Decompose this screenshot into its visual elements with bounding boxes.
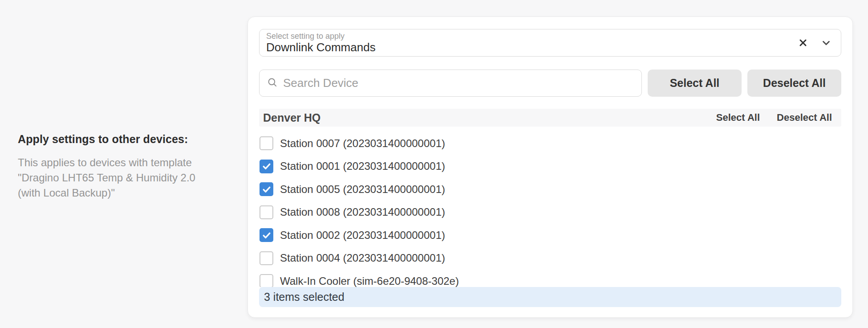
device-label: Station 0001 (2023031400000001) xyxy=(280,160,445,172)
device-checkbox[interactable] xyxy=(260,274,273,287)
setting-select-label: Select setting to apply xyxy=(266,32,376,41)
device-label: Station 0002 (2023031400000001) xyxy=(280,229,445,242)
device-checkbox[interactable] xyxy=(260,136,273,150)
setting-select-dropdown[interactable]: Select setting to apply Downlink Command… xyxy=(259,29,841,57)
chevron-down-icon[interactable] xyxy=(820,37,832,49)
device-list: Station 0007 (2023031400000001) Station … xyxy=(259,127,841,287)
device-search-box[interactable] xyxy=(259,70,642,97)
select-all-button[interactable]: Select All xyxy=(648,70,742,97)
device-row[interactable]: Station 0008 (2023031400000001) xyxy=(259,201,841,224)
clear-selection-icon[interactable] xyxy=(798,37,808,48)
apply-settings-description: This applies to devices with template "D… xyxy=(18,155,210,201)
device-group-header: Denver HQ Select All Deselect All xyxy=(259,109,841,127)
device-checkbox[interactable] xyxy=(260,251,273,265)
group-deselect-all-link[interactable]: Deselect All xyxy=(777,112,832,123)
device-label: Station 0007 (2023031400000001) xyxy=(280,137,445,150)
device-row[interactable]: Walk-In Cooler (sim-6e20-9408-302e) xyxy=(259,270,841,287)
apply-settings-heading: Apply settings to other devices: xyxy=(18,133,210,146)
device-label: Station 0004 (2023031400000001) xyxy=(280,252,445,264)
device-selection-card: Select setting to apply Downlink Command… xyxy=(247,16,853,318)
device-row[interactable]: Station 0002 (2023031400000001) xyxy=(259,224,841,247)
apply-settings-panel: Apply settings to other devices: This ap… xyxy=(18,133,210,201)
device-label: Station 0005 (2023031400000001) xyxy=(280,183,445,196)
selection-summary: 3 items selected xyxy=(259,287,841,307)
group-select-all-link[interactable]: Select All xyxy=(716,112,760,123)
device-label: Station 0008 (2023031400000001) xyxy=(280,206,445,218)
deselect-all-button[interactable]: Deselect All xyxy=(747,70,841,97)
device-checkbox[interactable] xyxy=(260,160,273,173)
device-row[interactable]: Station 0007 (2023031400000001) xyxy=(259,132,841,155)
search-toolbar: Select All Deselect All xyxy=(259,70,841,97)
device-group-name: Denver HQ xyxy=(263,111,320,124)
device-row[interactable]: Station 0005 (2023031400000001) xyxy=(259,178,841,201)
device-label: Walk-In Cooler (sim-6e20-9408-302e) xyxy=(280,275,459,287)
setting-select-value: Downlink Commands xyxy=(266,41,376,54)
device-row[interactable]: Station 0001 (2023031400000001) xyxy=(259,155,841,178)
device-checkbox[interactable] xyxy=(260,228,273,242)
device-row[interactable]: Station 0004 (2023031400000001) xyxy=(259,247,841,270)
search-input[interactable] xyxy=(283,76,634,90)
device-checkbox[interactable] xyxy=(260,205,273,219)
device-checkbox[interactable] xyxy=(260,182,273,196)
search-icon xyxy=(267,77,278,90)
